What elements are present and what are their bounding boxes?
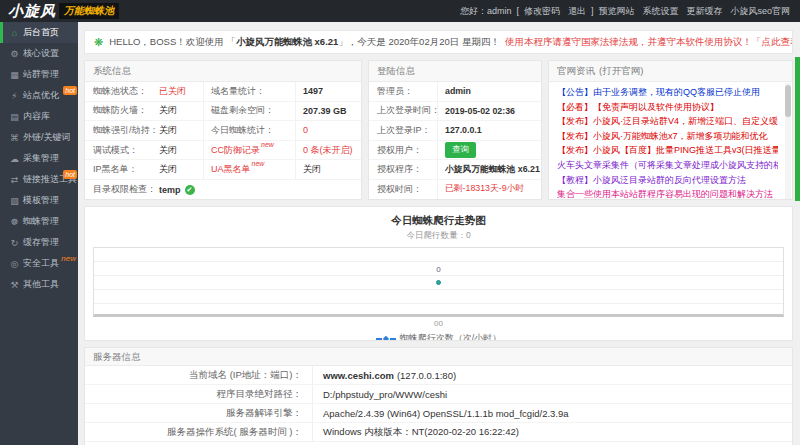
news-panel-title: 官网资讯 bbox=[557, 61, 595, 81]
login-info-row: 授权时间： 已剩-18313天-9小时 bbox=[369, 180, 541, 200]
sidebar-item-label: 缓存管理 bbox=[23, 236, 59, 249]
x-axis-tick: 00 bbox=[85, 319, 792, 328]
system-info-panel: 系统信息 蜘蛛池状态：已关闭域名量统计：1497蜘蛛防火墙：关闭磁盘剩余空间：2… bbox=[84, 60, 362, 200]
info-value: 127.0.0.1 bbox=[437, 121, 541, 140]
nav-link[interactable]: 预览网站 bbox=[598, 5, 634, 18]
sidebar-item-home[interactable]: ⌂ 后台首页 bbox=[0, 22, 78, 43]
nav-link[interactable]: 更新缓存 bbox=[686, 5, 722, 18]
link-push-icon: ⇄ bbox=[9, 175, 20, 185]
info-label: 授权用户： bbox=[377, 141, 437, 160]
news-item-link[interactable]: 【教程】小旋风泛目录站群的反向代理设置方法 bbox=[557, 173, 778, 188]
new-badge: new bbox=[61, 254, 76, 263]
info-value: 0 条(未开启) bbox=[295, 141, 361, 160]
site-optimize-icon: ⚡ bbox=[9, 91, 20, 101]
greeting-text: 您好：admin bbox=[460, 5, 512, 18]
info-label[interactable]: UA黑名单new bbox=[203, 160, 295, 179]
info-label: 服务器解译引擎： bbox=[85, 404, 313, 422]
open-site-link[interactable]: (打开官网) bbox=[599, 61, 643, 81]
sidebar-item-security[interactable]: ◎ 安全工具 new bbox=[0, 253, 78, 274]
sidebar-item-label: 站群管理 bbox=[23, 68, 59, 81]
info-label: 当前域名 (IP地址：端口)： bbox=[85, 366, 313, 384]
system-info-row: 蜘蛛池状态：已关闭域名量统计：1497 bbox=[85, 82, 361, 102]
sidebar-item-spider[interactable]: ☸ 蜘蛛管理 bbox=[0, 211, 78, 232]
product-name: 小旋风万能蜘蛛池 x6.21 bbox=[236, 36, 338, 47]
sidebar-item-label: 模板管理 bbox=[23, 194, 59, 207]
sidebar-item-keywords[interactable]: ⌘ 外链/关键词 bbox=[0, 127, 78, 148]
content-library-icon: ▤ bbox=[9, 112, 20, 122]
check-icon: ✔ bbox=[185, 185, 195, 195]
nav-link[interactable]: 系统设置 bbox=[642, 5, 678, 18]
news-item-link[interactable]: 【发布】小旋风·万能蜘蛛池x7，新增多项功能和优化 bbox=[557, 129, 778, 144]
auth-check-button[interactable]: 查询 bbox=[445, 142, 476, 158]
top-header-bar: 小旋风 万能蜘蛛池 您好：admin [ 修改密码退出 ] 预览网站系统设置更新… bbox=[0, 0, 800, 22]
info-value: 207.39 GB bbox=[295, 102, 361, 121]
agreement-link[interactable]: 「点此查看协议」 bbox=[752, 36, 793, 49]
info-value: 已剩-18313天-9小时 bbox=[437, 180, 541, 199]
chart-title: 今日蜘蛛爬行走势图 bbox=[85, 214, 792, 228]
new-badge: new bbox=[252, 160, 265, 167]
server-panel-title: 服务器信息 bbox=[85, 348, 792, 366]
news-item-link[interactable]: 火车头文章采集件（可将采集文章处理成小旋风支持的格式） bbox=[557, 158, 778, 173]
sidebar-item-label: 后台首页 bbox=[23, 26, 59, 39]
system-panel-title: 系统信息 bbox=[85, 61, 361, 82]
username: admin bbox=[487, 6, 512, 16]
scrollbar-thumb[interactable] bbox=[785, 85, 791, 117]
sidebar-item-content-library[interactable]: ▤ 内容库 bbox=[0, 106, 78, 127]
account-link[interactable]: 退出 bbox=[568, 5, 586, 18]
news-panel-header: 官网资讯 (打开官网) bbox=[549, 61, 792, 82]
sidebar-item-template[interactable]: ▧ 模板管理 bbox=[0, 190, 78, 211]
domain-name: www.ceshi.com bbox=[323, 370, 394, 381]
info-value: D:/phpstudy_pro/WWW/ceshi bbox=[313, 385, 447, 403]
news-item-link[interactable]: 【必看】【免责声明以及软件使用协议】 bbox=[557, 100, 778, 115]
sidebar-item-link-push[interactable]: ⇄ 链接推送工具 hot bbox=[0, 169, 78, 190]
spider-icon: ☸ bbox=[9, 217, 20, 227]
sidebar-item-collect[interactable]: ☁ 采集管理 bbox=[0, 148, 78, 169]
info-value: 关闭 bbox=[159, 160, 203, 179]
info-value: 已关闭 bbox=[159, 82, 203, 101]
info-value: 关闭 bbox=[159, 121, 203, 140]
info-label: 服务器操作系统( 服务器时间 )： bbox=[85, 423, 313, 441]
other-tools-icon: ⚒ bbox=[9, 280, 20, 290]
info-label: 上次登录IP： bbox=[377, 121, 437, 140]
collect-icon: ☁ bbox=[9, 154, 20, 164]
news-scrollbar[interactable] bbox=[785, 83, 791, 199]
flower-icon: ❋ bbox=[94, 36, 103, 49]
sidebar-item-gear[interactable]: ⚙ 核心设置 bbox=[0, 43, 78, 64]
chart-plot-area: 0 bbox=[93, 247, 784, 317]
sidebar-item-other-tools[interactable]: ⚒ 其他工具 bbox=[0, 274, 78, 295]
info-label: IP黑名单： bbox=[93, 160, 159, 179]
nav-link[interactable]: 小旋风seo官网 bbox=[730, 5, 790, 18]
cache-icon: ↻ bbox=[9, 238, 20, 248]
welcome-text-after: 」，今天是 2020年02月20日 星期四！ bbox=[338, 36, 500, 47]
chart-legend[interactable]: ◆ 蜘蛛爬行次数（次/小时） bbox=[85, 332, 792, 341]
sidebar-item-label: 核心设置 bbox=[23, 47, 59, 60]
welcome-bar: ❋ HELLO，BOSS！欢迎使用 「小旋风万能蜘蛛池 x6.21」，今天是 2… bbox=[84, 30, 793, 54]
new-badge: new bbox=[261, 141, 274, 148]
login-info-table: 管理员： admin 上次登录时间： 2019-05-02 02:36 上次登录… bbox=[369, 82, 541, 200]
server-info-row: 当前域名 (IP地址：端口)： www.ceshi.com (127.0.0.1… bbox=[85, 366, 792, 385]
info-label[interactable]: CC防御记录new bbox=[203, 141, 295, 160]
app-logo: 小旋风 万能蜘蛛池 bbox=[8, 2, 119, 21]
info-label: 域名量统计： bbox=[203, 82, 295, 101]
sidebar-item-site-optimize[interactable]: ⚡ 站点优化 hot bbox=[0, 85, 78, 106]
sidebar-item-label: 外链/关键词 bbox=[23, 131, 71, 144]
info-value: 查询 bbox=[437, 141, 541, 160]
login-info-row: 授权程序： 小旋风万能蜘蛛池 x6.21 bbox=[369, 160, 541, 180]
sidebar-item-label: 安全工具 bbox=[23, 257, 59, 270]
news-list: 【公告】由于业务调整，现有的QQ客服已停止使用【必看】【免责声明以及软件使用协议… bbox=[549, 82, 792, 200]
login-panel-title: 登陆信息 bbox=[369, 61, 541, 82]
account-link[interactable]: 修改密码 bbox=[524, 5, 560, 18]
login-info-row: 上次登录时间： 2019-05-02 02:36 bbox=[369, 102, 541, 122]
sidebar-item-site-group[interactable]: ▦ 站群管理 bbox=[0, 64, 78, 85]
news-item-link[interactable]: 【发布】小旋风【百度】批量PING推送工具v3(日推送量百万) bbox=[557, 143, 778, 158]
info-label: 目录权限检查： bbox=[93, 180, 159, 200]
news-item-link[interactable]: 【公告】由于业务调整，现有的QQ客服已停止使用 bbox=[557, 85, 778, 100]
system-info-row: 目录权限检查：temp✔ bbox=[85, 180, 361, 200]
news-item-link[interactable]: 【发布】小旋风·泛目录站群V4，新增泛端口、自定义缓存机制 bbox=[557, 114, 778, 129]
system-info-row: 蜘蛛强引/劫持：关闭今日蜘蛛统计：0 bbox=[85, 121, 361, 141]
info-panels-row: 系统信息 蜘蛛池状态：已关闭域名量统计：1497蜘蛛防火墙：关闭磁盘剩余空间：2… bbox=[84, 60, 793, 200]
info-label: 授权程序： bbox=[377, 160, 437, 179]
sidebar-item-label: 采集管理 bbox=[23, 152, 59, 165]
news-item-link[interactable]: 集合一些使用本站站群程序容易出现的问题和解决方法 bbox=[557, 187, 778, 200]
sidebar-item-cache[interactable]: ↻ 缓存管理 bbox=[0, 232, 78, 253]
